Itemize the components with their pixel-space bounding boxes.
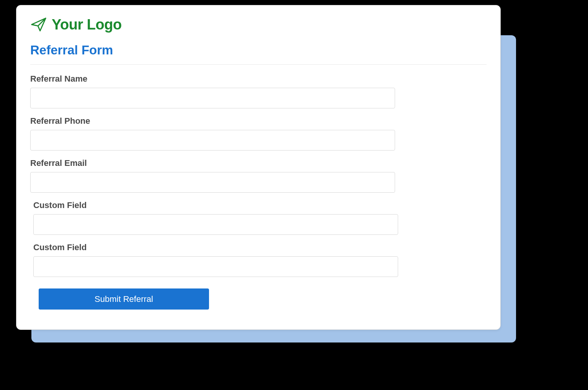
- logo-text: Your Logo: [52, 16, 122, 33]
- field-group-referral-name: Referral Name: [30, 74, 487, 108]
- referral-email-input[interactable]: [30, 172, 395, 193]
- logo-container: Your Logo: [30, 16, 487, 33]
- custom-field-2-label: Custom Field: [33, 243, 487, 252]
- referral-name-input[interactable]: [30, 88, 395, 108]
- form-card: Your Logo Referral Form Referral Name Re…: [16, 5, 501, 330]
- field-group-referral-email: Referral Email: [30, 158, 487, 193]
- field-group-custom-1: Custom Field: [33, 200, 487, 235]
- heading-divider: [30, 64, 487, 65]
- page-background: Your Logo Referral Form Referral Name Re…: [0, 0, 588, 390]
- referral-phone-label: Referral Phone: [30, 116, 487, 126]
- custom-field-1-label: Custom Field: [33, 200, 487, 210]
- submit-referral-button[interactable]: Submit Referral: [39, 288, 209, 310]
- referral-phone-input[interactable]: [30, 130, 395, 151]
- paper-plane-icon: [30, 16, 47, 33]
- field-group-custom-2: Custom Field: [33, 243, 487, 277]
- form-heading: Referral Form: [30, 43, 487, 57]
- referral-email-label: Referral Email: [30, 158, 487, 168]
- field-group-referral-phone: Referral Phone: [30, 116, 487, 151]
- referral-name-label: Referral Name: [30, 74, 487, 84]
- custom-field-1-input[interactable]: [33, 214, 398, 235]
- custom-field-2-input[interactable]: [33, 256, 398, 277]
